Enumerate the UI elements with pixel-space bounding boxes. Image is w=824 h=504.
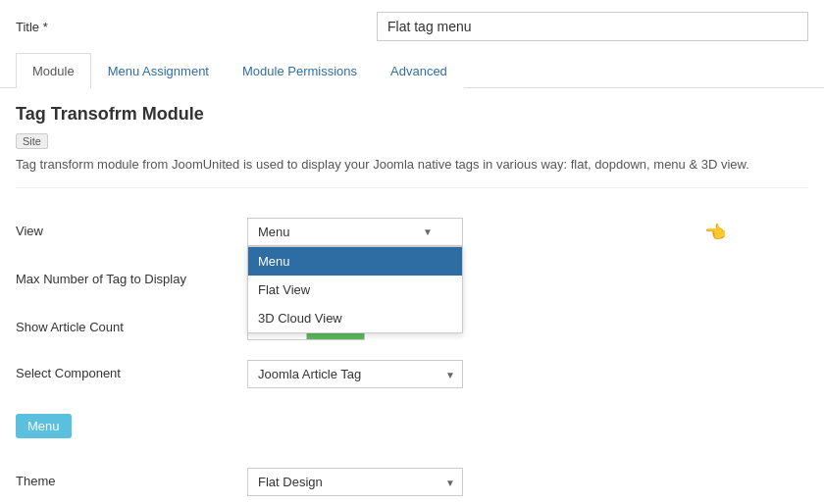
view-option-3d[interactable]: 3D Cloud View (248, 304, 462, 332)
theme-dropdown-wrapper: Flat Design ▼ (247, 468, 463, 496)
view-field-row: View Menu ▼ 👈 Menu Flat View 3D Cloud Vi… (16, 208, 808, 256)
title-row: Title * (0, 0, 824, 53)
tab-advanced[interactable]: Advanced (374, 53, 464, 88)
tab-module-permissions[interactable]: Module Permissions (226, 53, 374, 88)
title-input[interactable] (377, 12, 808, 41)
view-dropdown-display[interactable]: Menu ▼ 👈 (247, 218, 463, 246)
view-option-flat[interactable]: Flat View (248, 276, 462, 304)
view-dropdown-menu: Menu Flat View 3D Cloud View (247, 246, 463, 333)
select-component-wrapper: Joomla Article Tag ▼ (247, 360, 463, 388)
theme-dropdown[interactable]: Flat Design (247, 468, 463, 496)
menu-tag-row: Menu (16, 406, 808, 446)
theme-row: Theme Flat Design ▼ (16, 458, 808, 504)
module-heading: Tag Transofrm Module (16, 104, 808, 125)
site-badge: Site (16, 133, 48, 149)
max-tags-label: Max Number of Tag to Display (16, 266, 232, 286)
view-selected-value: Menu (258, 225, 290, 239)
view-option-menu[interactable]: Menu (248, 247, 462, 276)
view-label: View (16, 218, 232, 238)
theme-label: Theme (16, 468, 232, 488)
view-dropdown[interactable]: Menu ▼ 👈 Menu Flat View 3D Cloud View (247, 218, 698, 246)
select-component-control: Joomla Article Tag ▼ (247, 360, 698, 388)
menu-tag-badge: Menu (16, 414, 72, 438)
view-control: Menu ▼ 👈 Menu Flat View 3D Cloud View (247, 218, 698, 246)
tab-module[interactable]: Module (16, 53, 91, 88)
view-dropdown-arrow-icon: ▼ (423, 227, 433, 237)
theme-control: Flat Design ▼ (247, 468, 698, 496)
show-article-count-label: Show Article Count (16, 314, 232, 334)
select-component-row: Select Component Joomla Article Tag ▼ (16, 350, 808, 398)
select-component-label: Select Component (16, 360, 232, 380)
tabs-bar: Module Menu Assignment Module Permission… (0, 53, 824, 88)
cursor-pointer-icon: 👈 (704, 222, 726, 243)
module-description: Tag transform module from JoomUnited is … (16, 157, 808, 188)
content-area: Tag Transofrm Module Site Tag transform … (0, 88, 824, 504)
tab-menu-assignment[interactable]: Menu Assignment (91, 53, 226, 88)
title-label: Title * (16, 20, 48, 34)
select-component-dropdown[interactable]: Joomla Article Tag (247, 360, 463, 388)
